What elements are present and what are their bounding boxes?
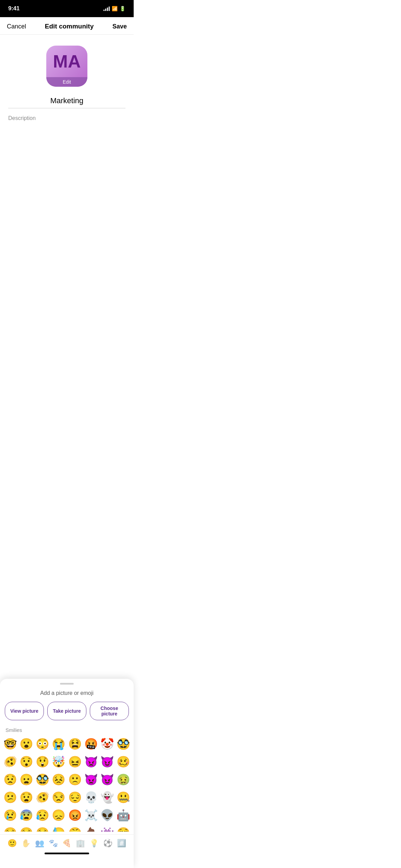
avatar[interactable]: MA Edit bbox=[46, 46, 87, 87]
community-name-section bbox=[0, 94, 134, 108]
cancel-button[interactable]: Cancel bbox=[7, 23, 26, 30]
avatar-section: MA Edit bbox=[0, 35, 134, 94]
page-title: Edit community bbox=[45, 23, 94, 30]
description-section: Description bbox=[0, 108, 134, 125]
save-button[interactable]: Save bbox=[112, 23, 127, 30]
nav-bar: Cancel Edit community Save bbox=[0, 17, 134, 35]
signal-icon bbox=[104, 6, 110, 11]
wifi-icon: 📶 bbox=[112, 6, 118, 11]
avatar-initials: MA bbox=[46, 46, 87, 77]
community-name-input[interactable] bbox=[8, 96, 125, 108]
description-label: Description bbox=[8, 115, 36, 121]
avatar-edit-label: Edit bbox=[46, 77, 87, 87]
battery-icon: 🔋 bbox=[120, 6, 125, 11]
status-icons: 📶 🔋 bbox=[104, 6, 125, 11]
status-time: 9:41 bbox=[8, 5, 20, 12]
status-bar: 9:41 📶 🔋 bbox=[0, 0, 134, 17]
